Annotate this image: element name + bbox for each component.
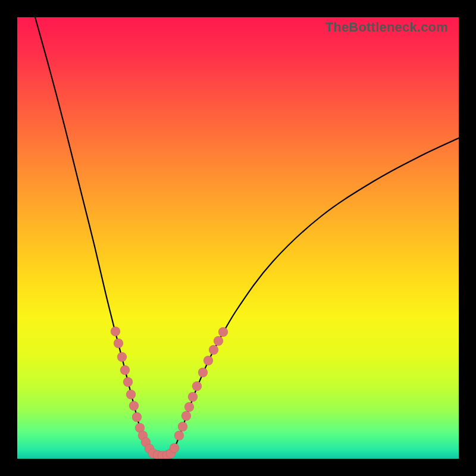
bead-marker [209,345,218,355]
bead-marker [129,401,139,411]
bead-marker [198,368,208,377]
bead-marker [132,412,142,422]
chart-svg [17,17,459,459]
bead-marker [114,339,123,348]
bead-marker [111,327,120,336]
bead-marker [178,422,187,431]
bead-marker [120,365,130,375]
bead-marker [184,402,194,412]
bead-marker [192,381,202,391]
bead-marker [218,327,228,337]
bead-marker [174,431,184,440]
bead-marker [126,390,136,399]
bead-marker [117,352,127,362]
bead-marker [170,443,179,453]
chart-frame: TheBottleneck.com [17,17,459,459]
bead-marker [188,392,198,402]
right-curve [171,138,459,454]
bead-marker [203,356,213,365]
left-curve [35,17,153,454]
bead-marker [181,411,191,421]
bead-marker [214,336,223,346]
beads-group [111,327,228,459]
bead-marker [123,377,133,387]
